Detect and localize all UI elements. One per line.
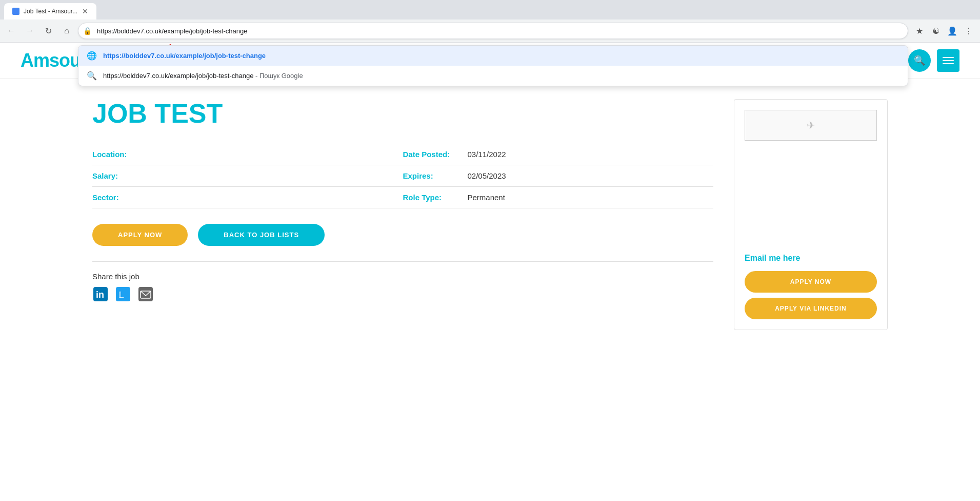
left-details: Location: Salary: Sector: (92, 144, 403, 208)
location-label: Location: (92, 150, 149, 159)
tab-close-icon[interactable]: ✕ (82, 7, 88, 15)
tab-favicon (12, 8, 19, 15)
svg-text:𝕃: 𝕃 (118, 291, 124, 299)
expires-value: 02/05/2023 (468, 171, 506, 180)
back-button[interactable]: ← (4, 24, 18, 38)
autocomplete-dropdown: 🌐 https://bolddev7.co.uk/example/job/job… (78, 45, 908, 86)
salary-row: Salary: (92, 165, 403, 187)
date-posted-row: Date Posted: 03/11/2022 (403, 144, 714, 165)
autocomplete-item-url[interactable]: 🌐 https://bolddev7.co.uk/example/job/job… (78, 46, 908, 66)
job-sidebar: ✈ Email me here APPLY NOW APPLY VIA LINK… (734, 99, 888, 330)
salary-label: Salary: (92, 171, 149, 180)
share-linkedin-icon[interactable]: in (92, 286, 109, 302)
sector-label: Sector: (92, 193, 149, 202)
globe-icon: 🌐 (87, 51, 97, 61)
job-title: JOB TEST (92, 99, 713, 128)
job-action-buttons: APPLY NOW BACK TO JOB LISTS (92, 224, 713, 246)
header-search-button[interactable]: 🔍 (908, 49, 931, 72)
hamburger-line-2 (943, 60, 954, 61)
job-details-grid: Location: Salary: Sector: Date Posted: 0… (92, 144, 713, 208)
share-section: Share this job in 𝕃 (92, 261, 713, 302)
email-me-label: Email me here (745, 254, 877, 263)
profile-icon[interactable]: 👤 (945, 24, 959, 38)
address-bar[interactable] (78, 23, 908, 39)
share-icons: in 𝕃 (92, 286, 713, 302)
bookmarks-icon[interactable]: ★ (912, 24, 927, 38)
share-twitter-icon[interactable]: 𝕃 (115, 286, 131, 302)
browser-right-icons: ★ ☯ 👤 ⋮ (912, 24, 976, 38)
broken-image-icon: ✈ (807, 119, 815, 131)
tab-title: Job Test - Amsour... (24, 8, 78, 15)
share-email-icon[interactable] (137, 286, 154, 302)
search-icon: 🔍 (87, 71, 97, 81)
extensions-icon[interactable]: ☯ (929, 24, 943, 38)
autocomplete-search-text: https://bolddev7.co.uk/example/job/job-t… (103, 72, 303, 80)
lock-icon: 🔒 (83, 27, 92, 35)
browser-chrome: Job Test - Amsour... ✕ ← → ↻ ⌂ 🔒 🌐 https… (0, 0, 980, 43)
svg-text:in: in (96, 290, 104, 300)
browser-toolbar: ← → ↻ ⌂ 🔒 🌐 https://bolddev7.co.uk/examp… (0, 20, 980, 42)
date-posted-label: Date Posted: (403, 150, 459, 159)
search-icon: 🔍 (914, 55, 925, 66)
browser-tab-active[interactable]: Job Test - Amsour... ✕ (4, 3, 96, 20)
back-to-jobs-button[interactable]: BACK TO JOB LISTS (198, 224, 325, 246)
reload-button[interactable]: ↻ (41, 24, 55, 38)
header-menu-button[interactable] (937, 49, 959, 72)
sidebar-apply-now-button[interactable]: APPLY NOW (745, 271, 877, 293)
share-title: Share this job (92, 272, 713, 281)
autocomplete-url-text: https://bolddev7.co.uk/example/job/job-t… (103, 52, 266, 60)
company-logo: ✈ (745, 110, 877, 141)
apply-now-button[interactable]: APPLY NOW (92, 224, 188, 246)
main-content: JOB TEST Location: Salary: Sector: (0, 79, 980, 351)
hamburger-line-3 (943, 63, 954, 64)
sidebar-apply-linkedin-button[interactable]: APPLY VIA LINKEDIN (745, 298, 877, 319)
expires-row: Expires: 02/05/2023 (403, 165, 714, 187)
role-type-row: Role Type: Permanent (403, 187, 714, 208)
hamburger-line-1 (943, 57, 954, 58)
role-type-label: Role Type: (403, 193, 459, 202)
date-posted-value: 03/11/2022 (468, 150, 506, 159)
autocomplete-item-search[interactable]: 🔍 https://bolddev7.co.uk/example/job/job… (78, 66, 908, 86)
right-details: Date Posted: 03/11/2022 Expires: 02/05/2… (403, 144, 714, 208)
job-content: JOB TEST Location: Salary: Sector: (92, 99, 713, 330)
more-options-icon[interactable]: ⋮ (962, 24, 976, 38)
site-logo[interactable]: Amsour (21, 50, 87, 71)
address-bar-wrapper: 🔒 🌐 https://bolddev7.co.uk/example/job/j… (78, 23, 908, 39)
role-type-value: Permanent (468, 193, 505, 202)
forward-button[interactable]: → (23, 24, 37, 38)
home-button[interactable]: ⌂ (59, 24, 74, 38)
expires-label: Expires: (403, 171, 459, 180)
sector-row: Sector: (92, 187, 403, 208)
location-row: Location: (92, 144, 403, 165)
sidebar-spacer (745, 151, 877, 254)
sidebar-card: ✈ Email me here APPLY NOW APPLY VIA LINK… (734, 99, 888, 330)
browser-tabs-bar: Job Test - Amsour... ✕ (0, 0, 980, 20)
